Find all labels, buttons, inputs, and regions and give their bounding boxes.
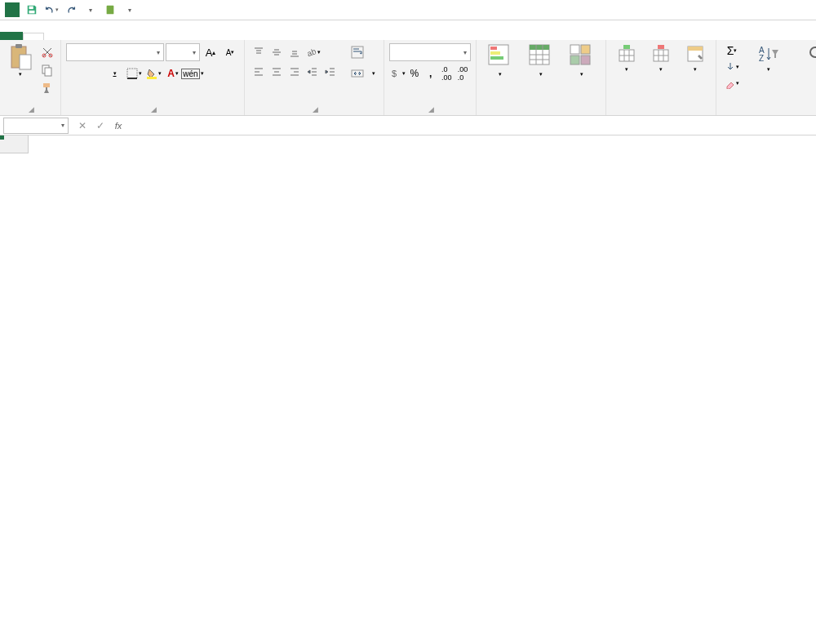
format-cells-button[interactable]: ▾ <box>680 43 711 73</box>
align-middle-button[interactable] <box>268 43 286 61</box>
cut-button[interactable] <box>39 45 55 60</box>
wrap-text-button[interactable] <box>348 43 379 61</box>
tab-acrobat[interactable] <box>181 33 201 40</box>
font-color-button[interactable]: A▾ <box>164 64 182 82</box>
copy-button[interactable] <box>39 63 55 78</box>
svg-rect-4 <box>16 44 22 48</box>
fx-button[interactable]: fx <box>109 118 127 134</box>
clipboard-launcher[interactable]: ◢ <box>29 105 34 113</box>
svg-point-72 <box>810 47 816 57</box>
align-bottom-button[interactable] <box>286 43 304 61</box>
number-launcher[interactable]: ◢ <box>428 105 434 113</box>
touch-mode-button[interactable] <box>101 1 119 19</box>
decrease-indent-button[interactable] <box>304 63 322 81</box>
italic-button[interactable] <box>86 64 104 82</box>
paste-button[interactable]: ▾ <box>5 43 36 78</box>
svg-text:Z: Z <box>759 54 764 63</box>
svg-rect-49 <box>530 45 549 50</box>
worksheet-grid[interactable] <box>0 135 816 642</box>
svg-rect-1 <box>29 11 35 14</box>
svg-rect-69 <box>688 47 703 51</box>
merge-center-button[interactable]: ▾ <box>348 64 379 82</box>
percent-button[interactable]: % <box>406 64 423 82</box>
comma-button[interactable]: , <box>423 64 439 82</box>
tab-formulas[interactable] <box>83 33 103 40</box>
conditional-format-button[interactable]: ▾ <box>481 43 519 78</box>
svg-rect-56 <box>570 56 579 64</box>
redo-button[interactable] <box>62 1 80 19</box>
increase-indent-button[interactable] <box>322 63 339 81</box>
text-box-shape[interactable] <box>0 135 2 137</box>
tab-data[interactable] <box>103 33 122 40</box>
fill-button[interactable]: ▾ <box>721 60 743 74</box>
svg-text:ab: ab <box>305 47 316 58</box>
svg-rect-62 <box>623 45 630 49</box>
svg-rect-11 <box>127 69 137 78</box>
svg-rect-46 <box>490 51 500 55</box>
save-button[interactable] <box>23 1 41 19</box>
tab-file[interactable] <box>0 32 23 40</box>
group-editing: Σ▾ ▾ ▾ AZ ▾ ▾ <box>716 40 816 115</box>
svg-rect-0 <box>29 7 33 10</box>
format-painter-button[interactable] <box>39 81 55 95</box>
bold-button[interactable] <box>66 64 84 82</box>
increase-decimal-button[interactable]: .0.00 <box>439 64 455 82</box>
group-cells: ▾ ▾ ▾ <box>606 40 716 115</box>
group-alignment: ab▾ ▾ ◢ <box>245 40 384 115</box>
svg-rect-55 <box>581 45 590 54</box>
clear-button[interactable]: ▾ <box>721 76 743 91</box>
undo-button[interactable]: ▾ <box>42 1 60 19</box>
svg-rect-10 <box>43 83 50 87</box>
qat-customize[interactable]: ▾ <box>82 1 100 19</box>
qat-more[interactable]: ▾ <box>121 1 139 19</box>
formula-bar: ▾ ✕ ✓ fx <box>0 116 816 135</box>
decrease-decimal-button[interactable]: .00.0 <box>455 64 471 82</box>
tab-home[interactable] <box>23 33 44 40</box>
phonetic-button[interactable]: wén▾ <box>184 64 202 82</box>
cell-styles-button[interactable]: ▾ <box>563 43 601 78</box>
fill-color-button[interactable]: ▾ <box>144 64 162 82</box>
formula-input[interactable] <box>131 118 816 134</box>
orientation-button[interactable]: ab▾ <box>304 43 322 61</box>
align-right-button[interactable] <box>286 63 304 81</box>
accounting-format-button[interactable]: $▾ <box>389 64 406 82</box>
svg-rect-45 <box>490 47 497 50</box>
number-format-combo[interactable]: ▾ <box>389 43 471 61</box>
name-box[interactable]: ▾ <box>3 118 69 134</box>
align-top-button[interactable] <box>250 43 268 61</box>
format-as-table-button[interactable]: ▾ <box>522 43 560 78</box>
decrease-font-button[interactable]: A▾ <box>221 43 239 61</box>
delete-cells-button[interactable]: ▾ <box>645 43 676 73</box>
sort-filter-button[interactable]: AZ ▾ <box>746 43 792 73</box>
tab-view[interactable] <box>142 33 162 40</box>
find-select-button[interactable]: ▾ <box>795 43 816 73</box>
tab-insert[interactable] <box>44 33 64 40</box>
tab-developer[interactable] <box>162 33 181 40</box>
tab-review[interactable] <box>122 33 142 40</box>
svg-rect-67 <box>658 45 664 49</box>
group-clipboard: ▾ ◢ <box>0 40 61 115</box>
svg-rect-5 <box>20 55 31 69</box>
alignment-launcher[interactable]: ◢ <box>313 105 318 113</box>
font-size-combo[interactable]: ▾ <box>166 43 200 61</box>
font-launcher[interactable]: ◢ <box>151 105 157 113</box>
group-font: ▾ ▾ A▴ A▾ ▾ ▾ ▾ A▾ wén▾ ◢ <box>61 40 245 115</box>
border-button[interactable]: ▾ <box>125 64 143 82</box>
svg-text:$: $ <box>392 69 397 78</box>
cancel-formula-button[interactable]: ✕ <box>73 118 91 134</box>
increase-font-button[interactable]: A▴ <box>202 43 220 61</box>
align-center-button[interactable] <box>268 63 286 81</box>
insert-cells-button[interactable]: ▾ <box>611 43 642 73</box>
autosum-button[interactable]: Σ▾ <box>721 43 743 58</box>
svg-rect-54 <box>570 45 579 54</box>
enter-formula-button[interactable]: ✓ <box>91 118 109 134</box>
svg-rect-13 <box>147 77 157 79</box>
align-left-button[interactable] <box>250 63 268 81</box>
tab-page-layout[interactable] <box>64 33 83 40</box>
excel-icon[interactable] <box>3 1 21 19</box>
select-all-corner[interactable] <box>0 135 29 153</box>
group-number: ▾ $▾ % , .0.00 .00.0 ◢ <box>384 40 477 115</box>
font-name-combo[interactable]: ▾ <box>66 43 164 61</box>
svg-rect-2 <box>107 6 114 15</box>
underline-button[interactable]: ▾ <box>105 64 123 82</box>
